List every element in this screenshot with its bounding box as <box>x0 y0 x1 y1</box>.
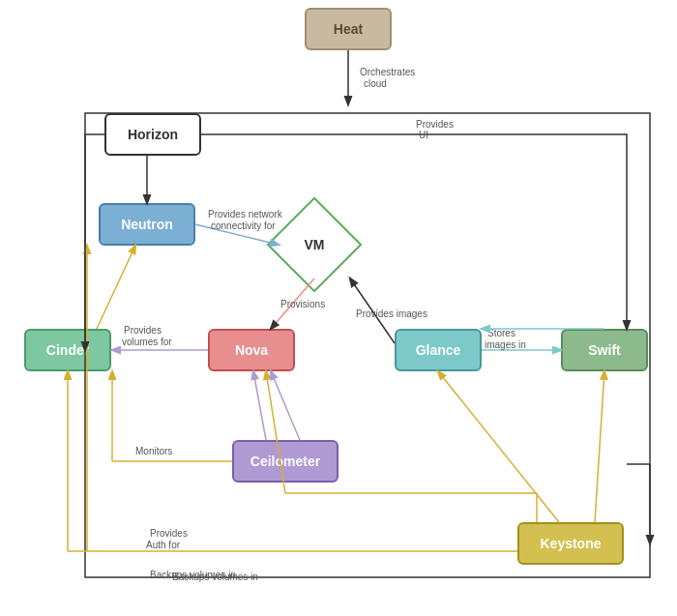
horizon-node: Horizon <box>104 113 201 156</box>
provides-volumes-label: Provides <box>124 325 162 336</box>
svg-line-3 <box>195 224 279 245</box>
svg-line-6 <box>97 246 135 329</box>
nova-label: Nova <box>235 342 268 358</box>
vm-node: VM <box>280 211 348 279</box>
keystone-label: Keystone <box>540 536 601 551</box>
heat-node: Heat <box>305 8 392 50</box>
cinder-node: Cinder <box>24 329 111 371</box>
provides-images-label: Provides images <box>356 308 427 319</box>
heat-label: Heat <box>334 21 363 37</box>
svg-line-15 <box>438 371 559 522</box>
swift-node: Swift <box>561 329 648 371</box>
provides-auth-label: Provides <box>150 528 188 539</box>
orchestrates-label: Orchestrates <box>360 67 415 77</box>
provides-ui-label: Provides <box>416 119 454 130</box>
svg-line-14 <box>595 371 604 522</box>
ceilometer-node: Ceilometer <box>232 440 338 483</box>
svg-line-5 <box>350 279 395 343</box>
svg-line-8 <box>253 371 266 440</box>
monitors-label: Monitors <box>135 446 172 456</box>
swift-label: Swift <box>588 342 620 358</box>
cinder-label: Cinder <box>46 342 89 358</box>
svg-line-22 <box>271 371 300 440</box>
horizon-label: Horizon <box>128 127 178 142</box>
backups-volumes-label-div: Backups volumes in <box>150 569 236 581</box>
orchestrates-label2: cloud <box>364 78 387 89</box>
provides-volumes-label2: volumes for <box>122 337 172 347</box>
stores-images-label2: images in <box>485 339 526 350</box>
glance-label: Glance <box>416 342 461 358</box>
vm-label: VM <box>280 211 348 279</box>
glance-node: Glance <box>395 329 482 371</box>
stores-images-label: Stores <box>487 328 515 338</box>
neutron-node: Neutron <box>99 203 195 246</box>
nova-node: Nova <box>208 329 295 371</box>
provisions-label: Provisions <box>280 299 325 309</box>
ceilometer-label: Ceilometer <box>250 454 320 469</box>
neutron-label: Neutron <box>121 217 173 232</box>
provides-ui-label2: UI <box>419 130 428 140</box>
provides-network-label2: connectivity for <box>211 220 276 231</box>
keystone-node: Keystone <box>517 522 624 565</box>
provides-network-label: Provides network <box>208 209 283 220</box>
provides-auth-label2: Auth for <box>146 540 181 550</box>
